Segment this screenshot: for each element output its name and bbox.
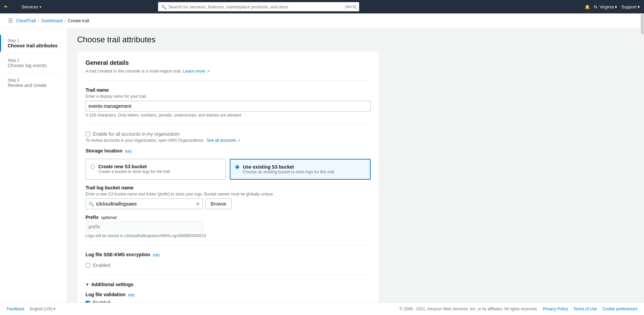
services-label: Services	[21, 4, 38, 9]
page-title: Choose trail attributes	[77, 35, 379, 44]
encryption-info-badge[interactable]: Info	[153, 253, 160, 258]
section-divider-3	[86, 245, 371, 245]
use-existing-desc: Choose an existing bucket to store logs …	[243, 170, 335, 174]
org-checkbox-label: Enable for all accounts in my organizati…	[93, 131, 180, 137]
storage-info-badge[interactable]: Info	[125, 149, 132, 154]
global-search[interactable]: 🔍 [Alt+S]	[158, 2, 359, 11]
org-checkbox-row: Enable for all accounts in my organizati…	[86, 131, 371, 137]
storage-location-label: Storage location	[86, 148, 122, 153]
section-divider-4	[86, 275, 371, 275]
section-title: General details	[86, 59, 371, 66]
trail-name-label: Trail name	[86, 87, 371, 93]
bucket-search-icon: 🔍	[89, 201, 94, 207]
trail-name-input[interactable]	[86, 101, 371, 111]
bucket-clear-icon[interactable]: ✕	[196, 201, 200, 207]
breadcrumb-sep-2: ›	[64, 18, 66, 23]
storage-location-field: Storage location Info Create new S3 buck…	[86, 148, 371, 180]
prefix-field: Prefix optional Logs will be stored in s…	[86, 215, 371, 238]
bucket-name-label: Trail log bucket name	[86, 185, 371, 190]
search-icon: 🔍	[161, 4, 166, 9]
bucket-name-input[interactable]	[96, 201, 196, 207]
use-existing-bucket-option[interactable]: Use existing S3 bucket Choose an existin…	[230, 159, 371, 180]
aws-logo[interactable]: aws	[4, 3, 15, 10]
terms-link[interactable]: Terms of Use	[573, 307, 597, 311]
support-menu[interactable]: Support ▾	[621, 4, 640, 9]
breadcrumb-cloudtrail[interactable]: CloudTrail	[16, 18, 36, 23]
support-label: Support	[621, 4, 637, 9]
section-divider-2	[86, 124, 371, 125]
region-chevron-icon: ▾	[615, 4, 617, 9]
nav-right-group: 🔔 N. Virginia ▾ Support ▾	[585, 4, 640, 9]
notifications-button[interactable]: 🔔	[585, 4, 590, 9]
use-existing-content: Use existing S3 bucket Choose an existin…	[243, 164, 335, 174]
search-input[interactable]	[168, 4, 345, 9]
bottom-bar: Feedback English (US) ▾ © 2008 - 2021, A…	[0, 303, 644, 315]
org-checkbox[interactable]	[86, 132, 90, 136]
step-2-label: Choose log events	[8, 63, 60, 68]
see-all-accounts-link[interactable]: See all accounts	[207, 138, 236, 143]
create-new-desc: Create a bucket to store logs for the tr…	[98, 169, 171, 174]
scrollbar[interactable]	[640, 13, 644, 303]
create-new-title: Create new S3 bucket	[98, 164, 171, 169]
step-3-label: Review and create	[8, 83, 60, 88]
triangle-down-icon: ▼	[86, 282, 89, 286]
sidebar-divider-1	[7, 53, 60, 53]
language-chevron-icon: ▾	[53, 307, 55, 311]
search-shortcut: [Alt+S]	[345, 5, 356, 9]
storage-options-group: Create new S3 bucket Create a bucket to …	[86, 159, 371, 180]
breadcrumb-current: Create trail	[68, 18, 89, 23]
additional-settings-toggle[interactable]: ▼ Additional settings	[86, 282, 371, 287]
general-details-card: General details A trail created in the c…	[77, 51, 379, 315]
language-selector[interactable]: English (US) ▾	[30, 307, 55, 311]
hamburger-icon[interactable]: ☰	[7, 16, 14, 25]
logs-stored-note: Logs will be stored in s3cloudtraillogsa…	[86, 233, 371, 238]
storage-label-row: Storage location Info	[86, 148, 371, 155]
breadcrumb-dashboard[interactable]: Dashboard	[41, 18, 63, 23]
see-all-accounts-ext-icon: ↗	[237, 139, 240, 142]
trail-name-note: 3-128 characters. Only letters, numbers,…	[86, 113, 371, 118]
additional-settings-label: Additional settings	[91, 282, 133, 287]
prefix-optional: optional	[101, 215, 117, 220]
copyright-text: © 2008 - 2021, Amazon Web Services, Inc.…	[399, 307, 537, 311]
services-menu[interactable]: Services ▾	[19, 3, 44, 11]
create-new-radio[interactable]	[91, 165, 95, 169]
trail-name-field: Trail name Enter a display name for your…	[86, 87, 371, 118]
bottom-left: Feedback English (US) ▾	[7, 307, 55, 311]
bell-icon: 🔔	[585, 4, 590, 9]
prefix-input[interactable]	[86, 221, 203, 232]
region-label: N. Virginia	[594, 4, 614, 9]
top-navigation: aws Services ▾ 🔍 [Alt+S] 🔔 N. Virginia ▾…	[0, 0, 644, 13]
encryption-label: Log file SSE-KMS encryption	[86, 252, 150, 257]
cookies-link[interactable]: Cookie preferences	[602, 307, 637, 311]
bucket-search-box[interactable]: 🔍 ✕	[86, 198, 203, 209]
svg-text:aws: aws	[4, 6, 8, 8]
sidebar-step-1: Step 1 Choose trail attributes	[0, 35, 67, 52]
step-3-number: Step 3	[8, 78, 60, 83]
validation-label-row: Log file validation Info	[86, 292, 371, 299]
create-new-bucket-option[interactable]: Create new S3 bucket Create a bucket to …	[86, 159, 226, 180]
trail-name-hint: Enter a display name for your trail.	[86, 94, 371, 99]
region-selector[interactable]: N. Virginia ▾	[594, 4, 618, 9]
bucket-name-hint: Enter a new S3 bucket name and folder (p…	[86, 192, 371, 196]
log-validation-label: Log file validation	[86, 292, 125, 297]
encryption-checkbox-label: Enabled	[93, 263, 110, 268]
encryption-checkbox[interactable]	[86, 263, 90, 268]
org-checkbox-group: Enable for all accounts in my organizati…	[86, 131, 371, 143]
support-chevron-icon: ▾	[638, 4, 640, 9]
create-new-content: Create new S3 bucket Create a bucket to …	[98, 164, 171, 174]
prefix-label: Prefix optional	[86, 215, 371, 220]
learn-more-link[interactable]: Learn more	[183, 69, 205, 74]
step-1-label: Choose trail attributes	[8, 43, 60, 48]
log-validation-info-badge[interactable]: Info	[128, 293, 135, 298]
browse-button[interactable]: Browse	[206, 198, 231, 209]
org-note: To review accounts in your organization,…	[86, 138, 371, 143]
privacy-link[interactable]: Privacy Policy	[543, 307, 568, 311]
section-divider-1	[86, 80, 371, 81]
sidebar-step-3: Step 3 Review and create	[0, 75, 67, 91]
sidebar-step-2: Step 2 Choose log events	[0, 55, 67, 72]
scroll-thumb[interactable]	[641, 14, 644, 34]
wizard-sidebar: Step 1 Choose trail attributes Step 2 Ch…	[0, 28, 67, 315]
step-1-number: Step 1	[8, 38, 60, 43]
use-existing-radio[interactable]	[235, 165, 239, 169]
feedback-link[interactable]: Feedback	[7, 307, 24, 311]
